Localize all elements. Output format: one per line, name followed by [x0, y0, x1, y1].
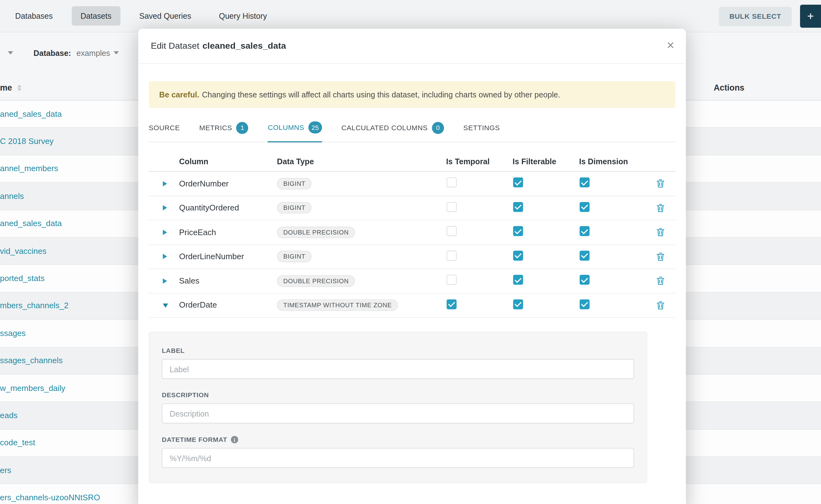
data-type-pill: BIGINT [277, 251, 312, 262]
datetime-format-input[interactable] [162, 448, 634, 468]
tab-columns[interactable]: COLUMNS25 [268, 115, 322, 142]
is-dimension-checkbox[interactable] [580, 250, 590, 260]
dataset-link[interactable]: aned_sales_data [0, 219, 62, 228]
is-temporal-checkbox[interactable] [447, 226, 457, 236]
data-type-pill: TIMESTAMP WITHOUT TIME ZONE [277, 299, 398, 311]
is-filterable-header: Is Filterable [513, 157, 579, 166]
datetime-format-field-label: DATETIME FORMATi [162, 436, 634, 443]
column-row: QuantityOrdered BIGINT [149, 196, 675, 220]
info-icon[interactable]: i [231, 436, 238, 443]
is-temporal-checkbox[interactable] [447, 299, 457, 309]
is-temporal-checkbox[interactable] [447, 250, 457, 260]
dataset-link[interactable]: aned_sales_data [0, 109, 62, 119]
delete-icon[interactable] [657, 204, 665, 212]
delete-icon[interactable] [657, 276, 665, 285]
close-icon[interactable]: × [667, 39, 674, 52]
database-filter-value[interactable]: examples [77, 49, 110, 57]
column-name: PriceEach [179, 228, 277, 237]
column-name: OrderDate [179, 300, 277, 310]
tab-databases[interactable]: Databases [6, 6, 62, 26]
calculated-columns-count-badge: 0 [432, 122, 444, 134]
is-filterable-checkbox[interactable] [513, 275, 523, 285]
edit-dataset-modal: Edit Datasetcleaned_sales_data × Be care… [138, 29, 686, 504]
metrics-count-badge: 1 [236, 122, 249, 134]
top-navigation-bar: Databases Datasets Saved Queries Query H… [0, 0, 821, 32]
page: Databases Datasets Saved Queries Query H… [0, 0, 821, 504]
tab-source[interactable]: SOURCE [149, 115, 180, 142]
dataset-link[interactable]: eads [0, 411, 17, 420]
column-row: OrderNumber BIGINT [149, 172, 675, 196]
dataset-link[interactable]: ssages_channels [0, 356, 63, 365]
column-row: Sales DOUBLE PRECISION [149, 269, 675, 293]
expand-caret-icon[interactable] [163, 205, 167, 210]
dataset-link[interactable]: ers [0, 466, 11, 475]
expand-caret-icon[interactable] [163, 230, 167, 235]
tab-metrics[interactable]: METRICS1 [199, 115, 248, 142]
dataset-link[interactable]: w_members_daily [0, 383, 65, 393]
column-row: OrderDate TIMESTAMP WITHOUT TIME ZONE [149, 293, 675, 318]
description-field-label: DESCRIPTION [162, 392, 634, 399]
is-dimension-checkbox[interactable] [580, 299, 590, 309]
column-row: OrderLineNumber BIGINT [149, 245, 675, 269]
is-filterable-checkbox[interactable] [513, 178, 523, 188]
is-dimension-checkbox[interactable] [580, 275, 590, 285]
is-temporal-checkbox[interactable] [447, 178, 457, 188]
database-filter-label: Database: [33, 49, 71, 57]
modal-header: Edit Datasetcleaned_sales_data × [138, 29, 686, 64]
column-name: OrderNumber [179, 179, 277, 188]
tab-saved-queries[interactable]: Saved Queries [130, 6, 200, 26]
dataset-link[interactable]: ssages [0, 329, 26, 338]
dataset-link[interactable]: annels [0, 191, 24, 201]
dataset-link[interactable]: code_test [0, 438, 35, 447]
is-temporal-checkbox[interactable] [447, 275, 457, 285]
dataset-link[interactable]: mbers_channels_2 [0, 301, 69, 310]
column-name: Sales [179, 276, 277, 286]
tab-query-history[interactable]: Query History [210, 6, 276, 26]
is-dimension-checkbox[interactable] [580, 226, 590, 236]
is-dimension-checkbox[interactable] [580, 178, 590, 188]
collapse-caret-icon[interactable] [163, 304, 168, 308]
tab-settings[interactable]: SETTINGS [463, 115, 500, 142]
expand-caret-icon[interactable] [163, 254, 167, 259]
dataset-link[interactable]: ported_stats [0, 274, 45, 283]
label-input[interactable] [162, 359, 634, 379]
dataset-link[interactable]: C 2018 Survey [0, 137, 54, 146]
name-column-header[interactable]: me [0, 83, 12, 92]
dataset-name: cleaned_sales_data [202, 41, 286, 51]
data-type-header: Data Type [277, 157, 446, 166]
delete-icon[interactable] [657, 179, 665, 188]
column-name: OrderLineNumber [179, 252, 277, 261]
is-filterable-checkbox[interactable] [513, 202, 523, 212]
column-row: PriceEach DOUBLE PRECISION [149, 220, 675, 245]
columns-count-badge: 25 [308, 121, 322, 134]
dataset-link[interactable]: annel_members [0, 164, 58, 173]
delete-icon[interactable] [657, 301, 665, 309]
add-dataset-button[interactable]: + [800, 5, 821, 28]
columns-table: Column Data Type Is Temporal Is Filterab… [149, 142, 675, 318]
expand-caret-icon[interactable] [163, 278, 167, 284]
is-filterable-checkbox[interactable] [513, 250, 523, 260]
tab-datasets[interactable]: Datasets [72, 6, 120, 26]
actions-column-header: Actions [714, 83, 744, 92]
column-header: Column [179, 157, 277, 166]
dataset-link[interactable]: vid_vaccines [0, 246, 47, 256]
warning-bold-text: Be careful. [159, 90, 200, 99]
delete-icon[interactable] [657, 228, 665, 236]
delete-icon[interactable] [657, 252, 665, 261]
warning-text: Changing these settings will affect all … [202, 90, 560, 99]
is-dimension-checkbox[interactable] [580, 202, 590, 212]
bulk-select-button[interactable]: BULK SELECT [719, 7, 792, 26]
warning-banner: Be careful.Changing these settings will … [149, 81, 675, 108]
expand-caret-icon[interactable] [163, 181, 167, 186]
is-temporal-checkbox[interactable] [447, 202, 457, 212]
topbar-actions: BULK SELECT + [719, 0, 821, 32]
is-filterable-checkbox[interactable] [513, 299, 523, 309]
description-input[interactable] [162, 403, 634, 423]
chevron-down-icon[interactable] [8, 51, 13, 54]
tab-calculated-columns[interactable]: CALCULATED COLUMNS0 [341, 115, 444, 142]
data-type-pill: DOUBLE PRECISION [277, 275, 355, 287]
chevron-down-icon[interactable] [114, 51, 119, 54]
is-filterable-checkbox[interactable] [513, 226, 523, 236]
dataset-link[interactable]: ers_channels-uzooNNtSRO [0, 493, 100, 502]
sort-icon[interactable] [17, 85, 21, 91]
